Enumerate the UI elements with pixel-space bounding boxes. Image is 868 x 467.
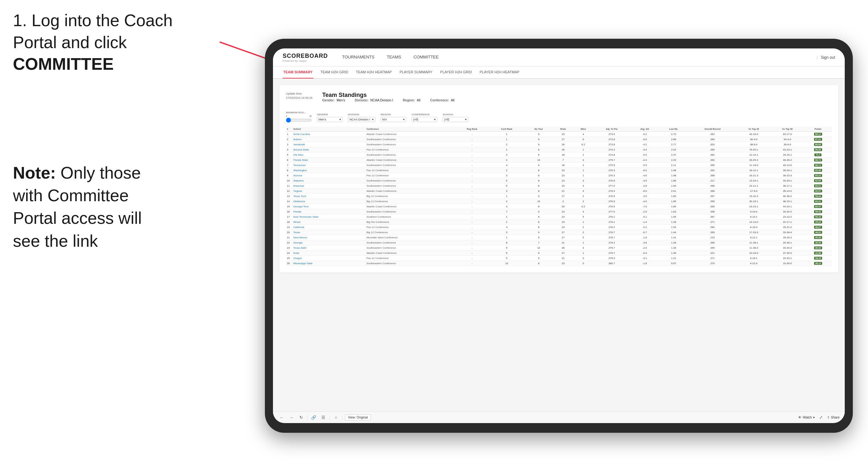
td-rank: 3 [286,142,292,147]
table-row: 19 California Pac-12 Conference - 4 8 24… [286,225,832,230]
nav-committee[interactable]: COMMITTEE [412,49,440,66]
td-no-tour: 9 [525,230,553,235]
td-sg-num: -3.5 [630,178,659,183]
td-vs25: 40-13-0 [770,163,804,168]
td-wins: 2 [574,194,593,199]
td-adj-par: 279.7 [593,245,630,251]
td-wins: 4 [574,209,593,214]
td-wins: 4 [574,189,593,194]
td-school: Arkansas [292,183,365,189]
td-low-rd: 203 [688,142,737,147]
sub-nav-team-summary[interactable]: TEAM SUMMARY [283,66,313,79]
td-points: 60.57 [804,189,832,194]
gender-filter-group: Gender Men's [317,113,343,122]
content-card: Update time: 27/03/2024 16:56:26 Team St… [279,85,838,273]
td-adj-par: 280.7 [593,261,630,266]
share-button[interactable]: ⇧ Share [827,416,840,419]
td-points: 58.94 [804,194,832,199]
td-overall-record: 9-18-1 [737,256,770,261]
td-school: Georgia Tech [292,204,365,209]
committee-bold: COMMITTEE [13,55,114,73]
td-points: 89.11 [804,132,832,137]
view-original-button[interactable]: View: Original [345,414,371,421]
td-rank: 10 [286,178,292,183]
td-avg-sg: 1.44 [659,230,688,235]
td-points: 56.02 [804,209,832,214]
sub-nav-player-summary[interactable]: PLAYER SUMMARY [399,66,433,79]
conference-select[interactable]: (All) [411,117,437,122]
td-low-rd: 264 [688,158,737,163]
table-row: 18 Illinois Big Ten Conference - 1 8 23 … [286,220,832,225]
td-reg-rank: - [455,152,489,158]
sign-out-link[interactable]: Sign out [821,55,835,60]
watch-button[interactable]: 👁 Watch ▾ [798,416,815,419]
td-vs25: 54-4-0 [770,137,804,142]
td-rank: 19 [286,225,292,230]
td-vs25: 40-26-2 [770,158,804,163]
sub-nav-team-h2h-heatmap[interactable]: TEAM H2H HEATMAP [355,66,393,79]
table-row: 11 Arkansas Southeastern Conference - 6 … [286,183,832,189]
td-conference: Big 12 Conference [365,199,455,204]
table-row: 7 Tennessee Southeastern Conference - 4 … [286,163,832,168]
td-adj-par: 278.1 [593,214,630,220]
school-select[interactable]: (All) [442,117,468,122]
toolbar-clock-icon[interactable]: ○ [332,414,340,421]
td-low-rd: 260 [688,137,737,142]
td-points: 71.7 [804,152,832,158]
td-no-tour: 8 [525,225,553,230]
toolbar-back-btn[interactable]: ← [278,414,285,421]
td-low-rd: 215 [688,235,737,240]
table-row: 1 North Carolina Atlantic Coast Conferen… [286,132,832,137]
td-rank: 11 [286,183,292,189]
slider-max: 30 [309,115,312,117]
td-vs25: 10-30-0 [770,261,804,266]
td-sg-num: -6.0 [630,189,659,194]
td-avg-sg: 1.85 [659,199,688,204]
sub-nav-player-h2h-heatmap[interactable]: PLAYER H2H HEATMAP [479,66,520,79]
td-conference: Southeastern Conference [365,163,455,168]
td-reg-rank: - [455,220,489,225]
td-points: 38.42 [804,245,832,251]
td-sg-num: -4.2 [630,142,659,147]
toolbar-forward-btn[interactable]: → [288,414,295,421]
toolbar-refresh-btn[interactable]: ↻ [298,414,305,421]
td-reg-rank: - [455,199,489,204]
sub-nav-team-h2h-grid[interactable]: TEAM H2H GRID [320,66,349,79]
toolbar-expand-btn[interactable]: ⤢ [817,414,825,421]
toolbar-bookmark-btn[interactable]: ☰ [320,414,327,421]
td-school: New Mexico [292,235,365,240]
td-wins: 3 [574,178,593,183]
td-adj-par: 279.7 [593,251,630,256]
view-original-label: View: Original [348,416,368,419]
td-conf-rank: 9 [489,245,525,251]
update-time-label: Update time: [286,92,313,96]
td-reg-rank: - [455,178,489,183]
table-row: 16 Florida Southeastern Conference - 7 9… [286,209,832,214]
td-wins: 2 [574,163,593,168]
td-adj-par: 279.1 [593,220,630,225]
table-row: 10 Alabama Southeastern Conference - 5 8… [286,178,832,183]
td-low-rd: 271 [688,256,737,261]
td-points: 65.49 [804,168,832,173]
sub-nav-player-h2h-grid[interactable]: PLAYER H2H GRID [440,66,473,79]
nav-links: TOURNAMENTS TEAMS COMMITTEE [341,49,817,66]
nav-tournaments[interactable]: TOURNAMENTS [341,49,376,66]
watch-label: Watch [803,416,812,419]
min-rounds-filter: Minimum Rou... 4 30 [286,111,312,122]
td-school: Vanderbilt [292,142,365,147]
min-rounds-slider[interactable] [286,118,312,122]
td-school: California [292,225,365,230]
region-select[interactable]: N/A [380,117,406,122]
td-avg-sg: 0.97 [659,261,688,266]
nav-teams[interactable]: TEAMS [385,49,403,66]
td-adj-par: 276.3 [593,173,630,178]
td-rank: 12 [286,189,292,194]
division-select[interactable]: NCAA Division I [348,117,375,122]
td-vs25: 23-33-1 [770,256,804,261]
td-conf-rank: 5 [489,251,525,256]
toolbar-share-icon[interactable]: 🔗 [310,414,317,421]
gender-filter-label: Gender [317,113,343,116]
td-rnds: 30 [553,245,574,251]
gender-select[interactable]: Men's [317,117,343,122]
td-conference: Southeastern Conference [365,209,455,214]
